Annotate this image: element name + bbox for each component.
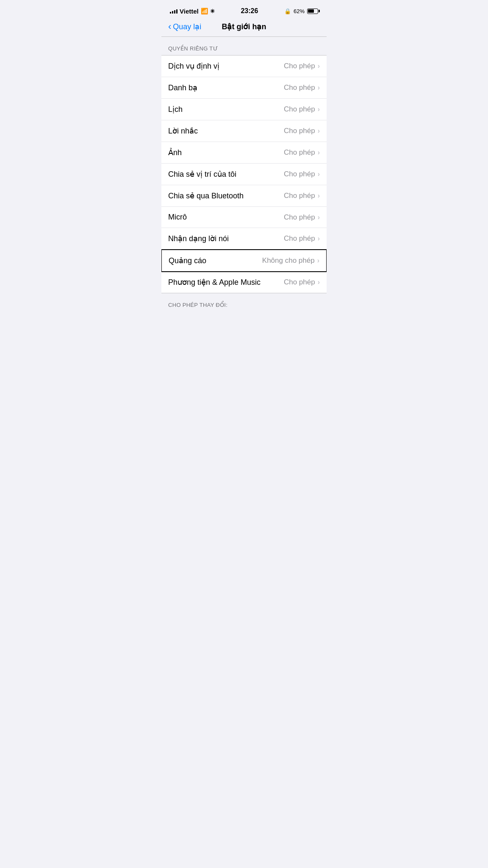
chevron-right-icon: ›: [318, 106, 320, 113]
chevron-right-icon: ›: [317, 257, 319, 264]
status-bar: Viettel 📶 ✳ 23:26 🔒 62%: [161, 0, 327, 19]
carrier-label: Viettel: [180, 8, 199, 15]
status-time: 23:26: [241, 7, 258, 15]
back-label: Quay lại: [173, 22, 201, 31]
back-button[interactable]: ‹ Quay lại: [168, 22, 201, 31]
battery-percent: 62%: [294, 8, 305, 14]
chevron-right-icon: ›: [318, 170, 320, 178]
list-item-contacts[interactable]: Danh bạ Cho phép ›: [161, 77, 327, 99]
item-value: Cho phép: [284, 62, 315, 70]
item-right: Không cho phép ›: [262, 256, 319, 265]
nav-bar: ‹ Quay lại Bật giới hạn: [161, 19, 327, 37]
item-label: Micrô: [168, 213, 187, 222]
chevron-right-icon: ›: [318, 278, 320, 286]
back-chevron-icon: ‹: [168, 22, 171, 31]
list-item-location-services[interactable]: Dịch vụ định vị Cho phép ›: [161, 56, 327, 77]
list-item-calendar[interactable]: Lịch Cho phép ›: [161, 99, 327, 120]
signal-icon: [170, 8, 177, 14]
list-item-advertising[interactable]: Quảng cáo Không cho phép ›: [161, 249, 327, 272]
list-item-speech-recognition[interactable]: Nhận dạng lời nói Cho phép ›: [161, 228, 327, 250]
settings-list-privacy: Dịch vụ định vị Cho phép › Danh bạ Cho p…: [161, 55, 327, 293]
chevron-right-icon: ›: [318, 84, 320, 92]
item-label: Phương tiện & Apple Music: [168, 278, 261, 287]
item-label: Quảng cáo: [169, 256, 206, 265]
list-item-reminders[interactable]: Lời nhắc Cho phép ›: [161, 120, 327, 142]
section-header-privacy: QUYỀN RIÊNG TƯ: [161, 37, 327, 55]
item-value: Cho phép: [284, 148, 315, 157]
item-label: Chia sẻ qua Bluetooth: [168, 191, 244, 200]
item-label: Ảnh: [168, 148, 182, 157]
item-label: Lịch: [168, 105, 183, 114]
item-right: Cho phép ›: [284, 213, 320, 222]
brightness-icon: ✳: [210, 8, 215, 14]
item-label: Danh bạ: [168, 83, 197, 92]
battery-fill: [308, 9, 313, 13]
page-title: Bật giới hạn: [222, 22, 266, 31]
battery-icon: [307, 8, 318, 14]
wifi-icon: 📶: [201, 8, 208, 14]
item-value: Không cho phép: [262, 256, 315, 265]
status-right: 🔒 62%: [284, 8, 318, 14]
chevron-right-icon: ›: [318, 192, 320, 200]
status-left: Viettel 📶 ✳: [170, 8, 215, 15]
chevron-right-icon: ›: [318, 62, 320, 70]
item-right: Cho phép ›: [284, 192, 320, 200]
list-item-apple-music[interactable]: Phương tiện & Apple Music Cho phép ›: [161, 272, 327, 293]
item-value: Cho phép: [284, 83, 315, 92]
item-value: Cho phép: [284, 192, 315, 200]
list-item-share-location[interactable]: Chia sẻ vị trí của tôi Cho phép ›: [161, 164, 327, 185]
item-value: Cho phép: [284, 278, 315, 287]
item-value: Cho phép: [284, 234, 315, 243]
chevron-right-icon: ›: [318, 127, 320, 135]
item-right: Cho phép ›: [284, 62, 320, 70]
item-value: Cho phép: [284, 213, 315, 222]
chevron-right-icon: ›: [318, 214, 320, 221]
item-label: Dịch vụ định vị: [168, 61, 219, 71]
item-right: Cho phép ›: [284, 148, 320, 157]
item-right: Cho phép ›: [284, 278, 320, 287]
item-right: Cho phép ›: [284, 127, 320, 135]
section-header-allow-changes: CHO PHÉP THAY ĐỔI:: [161, 293, 327, 312]
item-right: Cho phép ›: [284, 83, 320, 92]
item-label: Chia sẻ vị trí của tôi: [168, 170, 236, 179]
item-right: Cho phép ›: [284, 105, 320, 114]
chevron-right-icon: ›: [318, 149, 320, 156]
item-right: Cho phép ›: [284, 234, 320, 243]
lock-icon: 🔒: [284, 8, 291, 14]
list-item-microphone[interactable]: Micrô Cho phép ›: [161, 207, 327, 228]
chevron-right-icon: ›: [318, 235, 320, 242]
item-right: Cho phép ›: [284, 170, 320, 178]
item-value: Cho phép: [284, 170, 315, 178]
item-label: Nhận dạng lời nói: [168, 234, 229, 243]
item-label: Lời nhắc: [168, 126, 198, 136]
list-item-bluetooth-sharing[interactable]: Chia sẻ qua Bluetooth Cho phép ›: [161, 185, 327, 207]
item-value: Cho phép: [284, 105, 315, 114]
list-item-photos[interactable]: Ảnh Cho phép ›: [161, 142, 327, 164]
item-value: Cho phép: [284, 127, 315, 135]
